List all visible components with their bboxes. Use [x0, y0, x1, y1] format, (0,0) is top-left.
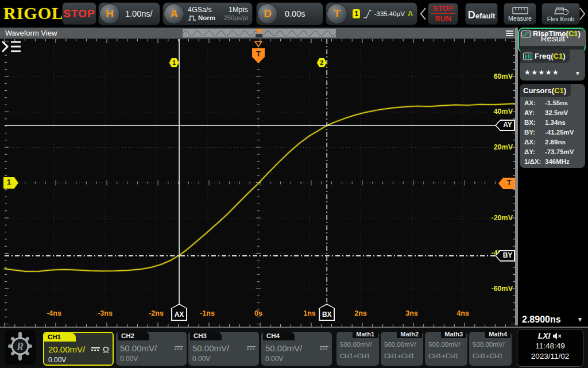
acquire-knob[interactable]: A	[164, 3, 184, 24]
channel-box-ch1[interactable]: CH1 20.00mV/ Ω 0.00V	[43, 332, 114, 366]
freq-value: ★★★★★	[524, 68, 559, 76]
clock-date: 2023/11/02	[517, 352, 583, 361]
sample-rate: 4GSa/s	[188, 6, 212, 14]
trigger-level-value: -335.40µV	[374, 10, 405, 17]
stop-run-button[interactable]: STOP RUN	[428, 3, 458, 25]
waveform-view-title: Waveform View	[5, 29, 57, 37]
graticule: -4ns -3ns -2ns -1ns 0s 1ns 2ns 3ns 4ns 6…	[0, 39, 517, 327]
oscilloscope-screen: RIGOL STOP H 1.00ns/ A 4GSa/s 1Mpts Norm…	[0, 0, 588, 368]
ch1-scale: 20.00mV/	[48, 344, 85, 354]
delay-group[interactable]: D 0.00s	[256, 2, 323, 25]
system-menu-button[interactable]: R	[5, 330, 36, 365]
svg-text:R: R	[16, 341, 24, 352]
measure-button[interactable]: Measure	[504, 3, 536, 25]
cursors-result-card[interactable]: Cursors(C1) AX:-1.55ns AY:32.5mV BX:1.34…	[520, 84, 585, 168]
trigger-group[interactable]: T 1 -335.40µV A	[326, 2, 417, 25]
rigol-logo: RIGOL	[3, 3, 64, 23]
channel-tab-ch4[interactable]: CH4	[263, 332, 295, 340]
freq-measurement-card[interactable]: Freq(C1) ★★★★★ ▼	[520, 49, 585, 80]
ruler-icon	[512, 6, 528, 14]
cursor-row-ax: AX:-1.55ns	[524, 99, 582, 109]
acquisition-group[interactable]: A 4GSa/s 1Mpts Norm 250ps/pt	[163, 2, 253, 25]
ch3-offset: 0.00V	[192, 355, 210, 363]
cursor-ax-marker[interactable]: AX	[171, 304, 187, 321]
cursor-row-ay: AY:32.5mV	[524, 109, 582, 118]
sample-resolution: 250ps/pt	[224, 14, 248, 22]
channel-box-ch3[interactable]: CH3 50.00mV/ 0.00V	[188, 332, 259, 366]
dc-coupling-icon	[91, 347, 100, 351]
horizontal-knob[interactable]: H	[99, 3, 120, 24]
cursor-row-freq: 1/ΔX:346MHz	[524, 158, 582, 167]
horizontal-scale-group[interactable]: H 1.00ns/	[98, 2, 160, 25]
cursor-row-dx: ΔX:2.89ns	[524, 139, 582, 148]
math3-box[interactable]: Math3 500.00mV/ CH1+CH1	[425, 332, 467, 366]
channel-box-ch4[interactable]: CH4 50.00mV/ 0.00V	[261, 332, 332, 366]
chevron-right-icon[interactable]	[579, 7, 586, 21]
top-bar: RIGOL STOP H 1.00ns/ A 4GSa/s 1Mpts Norm…	[0, 0, 588, 28]
impedance-symbol: Ω	[103, 344, 109, 354]
delay-value: 0.00s	[285, 9, 305, 18]
cursor-by-marker[interactable]: BY	[495, 250, 515, 262]
speaker-muted-icon	[552, 332, 562, 340]
cursor-lines	[0, 39, 517, 327]
math1-tab[interactable]: Math1	[353, 330, 378, 338]
ch4-scale: 50.00mV/	[265, 343, 302, 353]
clock-time: 11:48:49	[517, 340, 583, 352]
cursor-bx-marker[interactable]: BX	[319, 304, 335, 321]
bottom-bar: R CH1 20.00mV/ Ω 0.00V CH2 50.00mV/ 0.00…	[0, 327, 588, 368]
cursor-row-dy: ΔY:-73.75mV	[524, 148, 582, 158]
cursor-row-bx: BX:1.34ns	[524, 119, 582, 128]
hamburger-menu-icon[interactable]	[506, 30, 513, 37]
trigger-sweep-mode: A	[408, 10, 417, 18]
acquire-mode: Norm	[198, 14, 215, 22]
trigger-knob[interactable]: T	[327, 3, 347, 24]
status-clock-box[interactable]: LXI 11:48:49 2023/11/02	[517, 329, 583, 367]
counter-icon	[523, 52, 532, 60]
chevron-left-icon[interactable]	[420, 7, 427, 21]
channel-tab-ch1[interactable]: CH1	[44, 333, 76, 342]
ch2-scale: 50.00mV/	[120, 343, 157, 353]
lxi-label: LXI	[538, 331, 551, 340]
pulse-waveform-icon	[188, 15, 196, 21]
risetime-value: 2.8900ns	[522, 315, 561, 325]
delay-knob[interactable]: D	[257, 3, 278, 24]
cursor-ay-marker[interactable]: AY	[495, 120, 515, 131]
math2-tab[interactable]: Math2	[397, 330, 422, 338]
horizontal-scale-value: 1.00ns/	[125, 9, 153, 18]
chevron-down-icon[interactable]: ▼	[575, 70, 581, 76]
channel-box-ch2[interactable]: CH2 50.00mV/ 0.00V	[116, 332, 187, 366]
math2-box[interactable]: Math2 500.00mV/ CH1+CH1	[381, 332, 423, 366]
ch1-offset: 0.00V	[48, 356, 66, 364]
channel-tab-ch3[interactable]: CH3	[190, 332, 222, 340]
memory-overview-strip[interactable]	[183, 29, 336, 37]
cursor-row-by: BY:-41.25mV	[524, 129, 582, 138]
run-state-indicator[interactable]: STOP	[62, 2, 96, 25]
waveform-titlebar: Waveform View	[0, 28, 517, 39]
rising-edge-icon	[363, 7, 371, 20]
channel-tab-ch2[interactable]: CH2	[118, 332, 149, 340]
graticule-menu-icon[interactable]	[0, 39, 23, 54]
waveform-region: Waveform View -4ns -3ns -2ns -1ns 0s 1ns…	[0, 28, 517, 327]
rise-time-icon	[521, 30, 531, 38]
gear-logo-icon: R	[6, 330, 34, 362]
result-panel: Result Freq(C1) ★★★★★ ▼ Cursors(C1) AX:-…	[518, 28, 588, 327]
ch2-offset: 0.00V	[120, 355, 138, 363]
chevron-down-icon[interactable]: ▼	[577, 316, 583, 323]
trigger-source-badge: 1	[353, 9, 360, 18]
default-button[interactable]: Default	[465, 3, 498, 25]
math4-tab[interactable]: Math4	[485, 330, 510, 338]
ch3-scale: 50.00mV/	[192, 343, 229, 353]
ch4-offset: 0.00V	[265, 355, 283, 363]
math1-box[interactable]: Math1 500.00mV/ CH1+CH1	[336, 332, 379, 366]
math3-tab[interactable]: Math3	[441, 330, 466, 338]
knob-icon	[552, 6, 570, 15]
math4-box[interactable]: Math4 500.00mV/ CH1+CH1	[469, 332, 512, 366]
dc-coupling-icon	[320, 346, 328, 350]
dc-coupling-icon	[247, 346, 256, 350]
flex-knob-button[interactable]: Flex Knob	[541, 3, 580, 25]
memory-depth: 1Mpts	[229, 6, 248, 14]
dc-coupling-icon	[175, 346, 183, 350]
